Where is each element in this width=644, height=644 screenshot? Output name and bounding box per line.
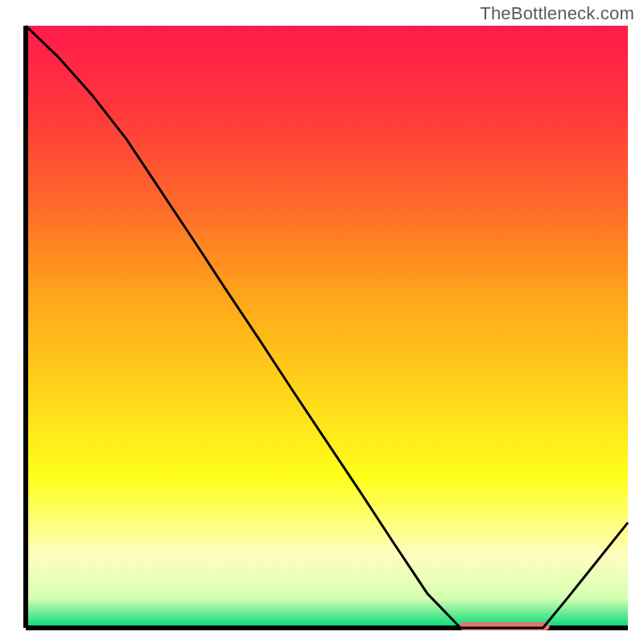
gradient-background	[26, 26, 628, 628]
bottleneck-chart	[0, 0, 644, 644]
chart-container: TheBottleneck.com	[0, 0, 644, 644]
watermark-text: TheBottleneck.com	[480, 3, 634, 24]
plot-area	[26, 26, 628, 630]
